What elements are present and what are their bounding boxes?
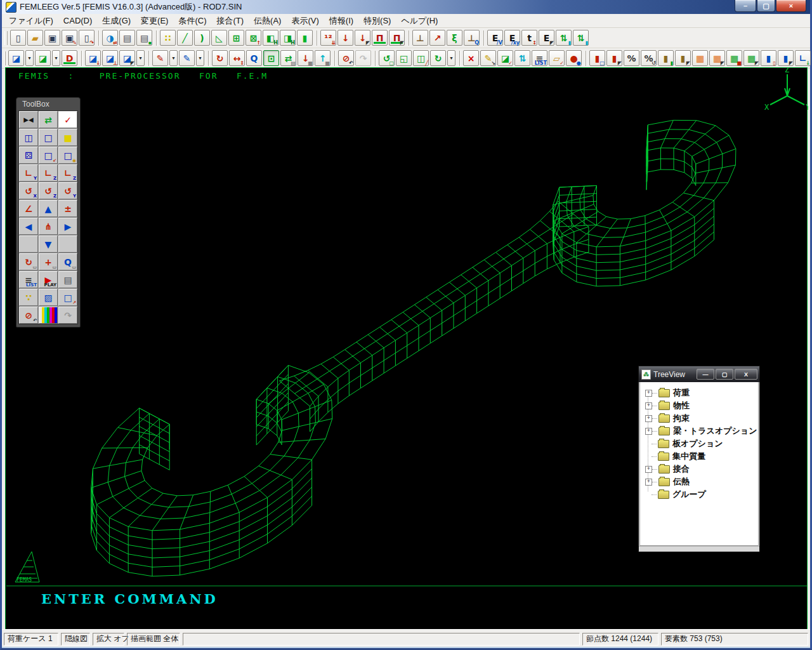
mouse-zoom-tool[interactable]: Q▭ <box>58 253 77 270</box>
checker-map-pick-button[interactable]: ▦◤ <box>709 50 725 66</box>
group-copy-button[interactable]: ◱ <box>396 50 412 66</box>
select-plane-a-button[interactable]: ◪ <box>8 50 24 66</box>
menu-item-10[interactable]: ヘルプ(H) <box>396 14 443 28</box>
undo-tool[interactable]: ⊘↶ <box>19 307 38 324</box>
save-as-file-button[interactable]: ▣✎ <box>62 30 77 46</box>
menu-item-6[interactable]: 伝熱(A) <box>249 14 286 28</box>
tree-item-5[interactable]: 集中質量 <box>645 450 758 463</box>
minimize-button[interactable]: – <box>735 0 756 12</box>
tree-expand-icon[interactable]: + <box>645 390 652 397</box>
color-settings-button[interactable]: ●● <box>566 50 582 66</box>
delete-selection-button[interactable]: × <box>463 50 479 66</box>
menu-item-9[interactable]: 特別(S) <box>358 14 396 28</box>
transfer-arrows-button[interactable]: ⇅ <box>514 50 530 66</box>
print-view-tool[interactable]: ▤ <box>58 271 77 288</box>
bar-diagram-pick-button[interactable]: ▮◤ <box>675 50 691 66</box>
create-panel-button[interactable]: ▮ <box>297 30 313 46</box>
modify-pick-button[interactable]: ✎↘ <box>480 50 496 66</box>
apply-boundary-pick-button[interactable]: Π◤ <box>389 30 405 46</box>
view-cube-wireframe-tool[interactable]: ◫ <box>19 129 38 146</box>
particles-view-tool[interactable]: ∵ <box>19 289 38 306</box>
modify-plane-table-button[interactable]: ◪✓ <box>497 50 513 66</box>
view-plane-zx-tool[interactable]: ∟Z <box>39 164 58 182</box>
extrude-solid-button[interactable]: ⊠↑ <box>246 30 261 46</box>
edit-element-pen-dropdown[interactable]: ▼ <box>196 50 204 66</box>
select-plane-b-dropdown[interactable]: ▼ <box>52 50 60 66</box>
rotate-left-tool[interactable]: ◀ <box>19 218 38 235</box>
contour-bar-pick-button[interactable]: ▮◤ <box>606 50 622 66</box>
create-mesh-button[interactable]: ⊞ <box>228 30 244 46</box>
treeview-close-button[interactable]: X <box>735 369 757 380</box>
tilt-up-tool[interactable]: ▲ <box>39 200 58 217</box>
edit-element-pen-button[interactable]: ✎ <box>179 50 195 66</box>
apply-load-pick-button[interactable]: ↓◤ <box>355 30 370 46</box>
move-plane-pick-dropdown[interactable]: ▼ <box>136 50 145 66</box>
play-animation-tool[interactable]: ▶PLAY <box>39 271 58 288</box>
tool-probe-button[interactable]: ↗ <box>429 30 445 46</box>
view-plane-zy-tool[interactable]: ∟Z <box>58 164 77 182</box>
toolbox-title[interactable]: ToolBox <box>16 98 80 110</box>
rotate-view-button[interactable]: ↻ <box>212 50 228 66</box>
view-mode-globe-button[interactable]: ◑⇄ <box>102 30 118 46</box>
element-pick-button[interactable]: E◤ <box>539 30 554 46</box>
rotate-about-x-tool[interactable]: ↺X <box>19 182 38 199</box>
fit-view-button[interactable]: ⊡ <box>263 50 279 66</box>
create-face-button[interactable]: ◺ <box>211 30 227 46</box>
view-cube-nodes-tool[interactable]: ⚄ <box>19 147 38 164</box>
menu-item-4[interactable]: 条件(C) <box>173 14 211 28</box>
menu-item-7[interactable]: 表示(V) <box>286 14 324 28</box>
tree-item-8[interactable]: グループ <box>645 488 758 501</box>
mouse-rotate-tool[interactable]: ↻▭ <box>19 253 38 270</box>
menu-item-3[interactable]: 変更(E) <box>136 14 173 28</box>
swap-buffers-tool[interactable]: ⇄ <box>39 111 58 128</box>
command-prompt[interactable]: ENTER COMMAND <box>41 591 218 607</box>
show-elements-button[interactable]: ↑▦ <box>315 50 331 66</box>
tree-expand-icon[interactable]: + <box>645 415 652 422</box>
export-file-button[interactable]: ▯↷ <box>79 30 95 46</box>
gauge-map-pick-button[interactable]: ▮◤ <box>778 50 794 66</box>
save-file-button[interactable]: ▣ <box>44 30 60 46</box>
element-ev-button[interactable]: E/V <box>487 30 503 46</box>
element-thickness-button[interactable]: t↕ <box>521 30 537 46</box>
apply-check-tool[interactable]: ✓ <box>58 111 77 128</box>
tree-item-0[interactable]: +荷重 <box>645 387 758 399</box>
view-cube-drag-tool[interactable]: □◉ <box>58 147 77 164</box>
tree-item-6[interactable]: +接合 <box>645 463 758 475</box>
group-rotate-copy-button[interactable]: ↺▢ <box>379 50 395 66</box>
rotate-about-y-tool[interactable]: ↺Y <box>58 182 77 199</box>
plane-define-button[interactable]: D <box>62 50 77 66</box>
view-cube-arrow-tool[interactable]: □↙ <box>39 147 58 164</box>
hide-elements-button[interactable]: ↓▦ <box>298 50 313 66</box>
print-button[interactable]: ▤ <box>119 30 135 46</box>
move-plane-pick-button[interactable]: ◪◤ <box>119 50 135 66</box>
create-arc-button[interactable]: ) <box>194 30 210 46</box>
project-to-plane-button[interactable]: ◪⊥ <box>102 50 118 66</box>
menu-item-2[interactable]: 生成(G) <box>97 14 136 28</box>
element-exy-button[interactable]: E/xy <box>504 30 520 46</box>
print-capture-button[interactable]: ▤▪ <box>136 30 152 46</box>
abort-command-button[interactable]: ⊘↶ <box>338 50 354 66</box>
renumber-loads-button[interactable]: ¹²⇊ <box>320 30 336 46</box>
close-button[interactable]: × <box>776 0 806 12</box>
hatch-view-tool[interactable]: ▨ <box>39 289 58 306</box>
view-cube-outline-tool[interactable]: □ <box>39 129 58 146</box>
create-line-button[interactable]: ╱ <box>177 30 193 46</box>
tree-item-3[interactable]: +梁・トラスオプション <box>645 425 758 437</box>
menu-item-0[interactable]: ファイル(F) <box>4 14 58 28</box>
title-bar[interactable]: FEMLEEG Ver.5 [FEMIS V16.0.3] (Advanced版… <box>2 0 810 14</box>
view-cube-solid-tool[interactable]: ■ <box>58 129 77 146</box>
zoom-in-out-tool[interactable]: ± <box>58 200 77 217</box>
step-play-pause-tool[interactable]: ▶◀ <box>19 111 38 128</box>
menu-item-8[interactable]: 情報(I) <box>324 14 358 28</box>
treeview-resize-strip[interactable] <box>639 546 759 552</box>
apply-boundary-button[interactable]: Π <box>372 30 388 46</box>
isometric-axes-tool[interactable]: ⋔ <box>39 218 58 235</box>
property-page-button[interactable]: ▱✓ <box>549 50 565 66</box>
maximize-button[interactable]: ▢ <box>757 0 775 12</box>
beam-section-pick-button[interactable]: ⇅▮ <box>573 30 589 46</box>
region-map-pick-button[interactable]: ▦◤ <box>743 50 759 66</box>
create-node-grid-button[interactable]: ∷ <box>160 30 176 46</box>
apply-load-button[interactable]: ↓ <box>337 30 353 46</box>
region-map-button[interactable]: ▦■ <box>726 50 742 66</box>
treeview-maximize-button[interactable]: ▢ <box>716 369 733 380</box>
